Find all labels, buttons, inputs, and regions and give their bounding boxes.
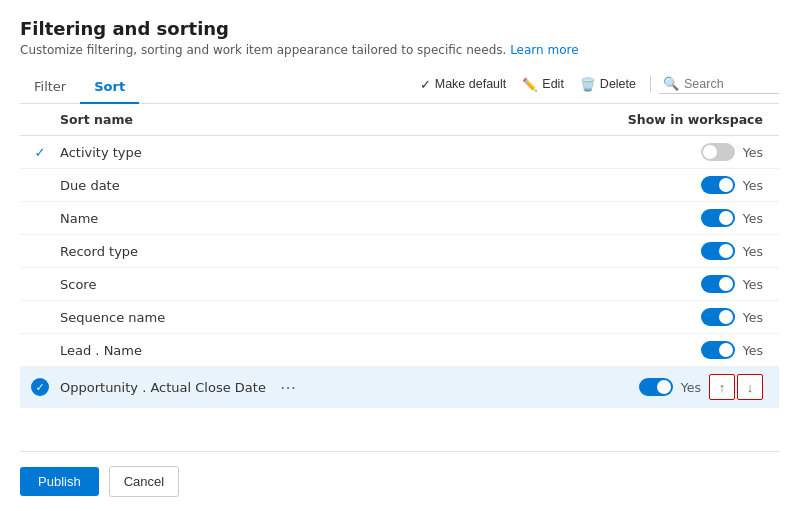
table-row: Due date Yes bbox=[20, 169, 779, 202]
row-workspace: Yes bbox=[599, 341, 779, 359]
edit-button[interactable]: ✏️ Edit bbox=[516, 74, 570, 95]
make-default-button[interactable]: ✓ Make default bbox=[414, 74, 513, 95]
toggle-activity[interactable] bbox=[701, 143, 735, 161]
tabs-bar: Filter Sort ✓ Make default ✏️ Edit 🗑️ De… bbox=[20, 71, 779, 104]
header-check-col bbox=[20, 112, 60, 127]
row-workspace: Yes bbox=[599, 176, 779, 194]
table-row: Lead . Name Yes bbox=[20, 334, 779, 367]
toggle-label: Yes bbox=[743, 343, 763, 358]
row-check: ✓ bbox=[20, 145, 60, 160]
table-row-selected: ✓ Opportunity . Actual Close Date ⋯ Yes … bbox=[20, 367, 779, 408]
move-up-button[interactable]: ↑ bbox=[709, 374, 735, 400]
toggle-label: Yes bbox=[743, 310, 763, 325]
tabs-toolbar: ✓ Make default ✏️ Edit 🗑️ Delete 🔍 bbox=[414, 74, 779, 101]
edit-label: Edit bbox=[542, 77, 564, 91]
search-icon: 🔍 bbox=[663, 76, 679, 91]
row-name-text: Opportunity . Actual Close Date bbox=[60, 380, 266, 395]
row-workspace: Yes bbox=[599, 275, 779, 293]
header-name-col: Sort name bbox=[60, 112, 599, 127]
row-more-button[interactable]: ⋯ bbox=[272, 378, 304, 397]
check-icon: ✓ bbox=[420, 77, 431, 92]
row-name: Name bbox=[60, 211, 599, 226]
table-row: Sequence name Yes bbox=[20, 301, 779, 334]
row-selected-icon: ✓ bbox=[35, 145, 46, 160]
row-name: Opportunity . Actual Close Date ⋯ bbox=[60, 378, 599, 397]
toggle-sequence[interactable] bbox=[701, 308, 735, 326]
toggle-opportunity[interactable] bbox=[639, 378, 673, 396]
toggle-label: Yes bbox=[743, 178, 763, 193]
delete-button[interactable]: 🗑️ Delete bbox=[574, 74, 642, 95]
toggle-name[interactable] bbox=[701, 209, 735, 227]
row-workspace: Yes bbox=[599, 143, 779, 161]
table-row: ✓ Activity type Yes bbox=[20, 136, 779, 169]
tab-sort[interactable]: Sort bbox=[80, 71, 139, 104]
table-row: Record type Yes bbox=[20, 235, 779, 268]
make-default-label: Make default bbox=[435, 77, 507, 91]
tab-filter[interactable]: Filter bbox=[20, 71, 80, 104]
move-down-button[interactable]: ↓ bbox=[737, 374, 763, 400]
row-workspace: Yes bbox=[599, 308, 779, 326]
table-row: Name Yes bbox=[20, 202, 779, 235]
delete-label: Delete bbox=[600, 77, 636, 91]
search-box[interactable]: 🔍 bbox=[659, 74, 779, 94]
toggle-label: Yes bbox=[743, 145, 763, 160]
toolbar-separator bbox=[650, 76, 651, 92]
row-workspace: Yes bbox=[599, 242, 779, 260]
row-name: Due date bbox=[60, 178, 599, 193]
row-name: Score bbox=[60, 277, 599, 292]
table-header: Sort name Show in workspace bbox=[20, 104, 779, 136]
toggle-label: Yes bbox=[743, 244, 763, 259]
page-subtitle: Customize filtering, sorting and work it… bbox=[20, 43, 779, 57]
row-name: Lead . Name bbox=[60, 343, 599, 358]
selected-circle-icon: ✓ bbox=[31, 378, 49, 396]
tabs-left: Filter Sort bbox=[20, 71, 139, 103]
publish-button[interactable]: Publish bbox=[20, 467, 99, 496]
row-check: ✓ bbox=[20, 378, 60, 396]
toggle-label: Yes bbox=[743, 277, 763, 292]
table-row: Score Yes bbox=[20, 268, 779, 301]
toggle-lead-name[interactable] bbox=[701, 341, 735, 359]
toggle-record-type[interactable] bbox=[701, 242, 735, 260]
search-input[interactable] bbox=[684, 77, 774, 91]
row-name: Record type bbox=[60, 244, 599, 259]
header-workspace-col: Show in workspace bbox=[599, 112, 779, 127]
footer: Publish Cancel bbox=[20, 451, 779, 511]
edit-icon: ✏️ bbox=[522, 77, 538, 92]
delete-icon: 🗑️ bbox=[580, 77, 596, 92]
toggle-label: Yes bbox=[681, 380, 701, 395]
page-title: Filtering and sorting bbox=[20, 18, 779, 39]
learn-more-link[interactable]: Learn more bbox=[510, 43, 578, 57]
row-workspace: Yes ↑ ↓ bbox=[599, 374, 779, 400]
cancel-button[interactable]: Cancel bbox=[109, 466, 179, 497]
row-workspace: Yes bbox=[599, 209, 779, 227]
toggle-score[interactable] bbox=[701, 275, 735, 293]
arrow-buttons: ↑ ↓ bbox=[709, 374, 763, 400]
row-name: Activity type bbox=[60, 145, 599, 160]
row-name: Sequence name bbox=[60, 310, 599, 325]
sort-table: Sort name Show in workspace ✓ Activity t… bbox=[20, 104, 779, 447]
toggle-label: Yes bbox=[743, 211, 763, 226]
toggle-due-date[interactable] bbox=[701, 176, 735, 194]
